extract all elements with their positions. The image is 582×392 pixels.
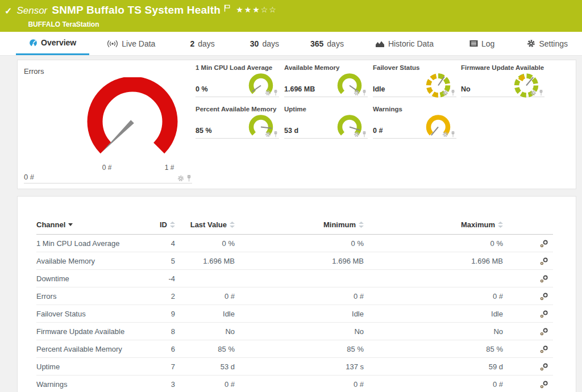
pin-icon[interactable]	[451, 131, 455, 137]
pin-icon[interactable]	[186, 175, 192, 182]
channel-settings-icon[interactable]	[540, 257, 548, 265]
sort-desc-icon	[68, 223, 73, 226]
col-header-maximum[interactable]: Maximum	[364, 220, 503, 229]
gauge-title: 1 Min CPU Load Average	[196, 64, 272, 71]
pin-icon[interactable]	[273, 90, 278, 96]
gauge-errors: Errors 0 # 1 # 0 #	[24, 67, 192, 184]
gauge-settings-icon[interactable]	[442, 131, 448, 137]
channel-maximum: No	[364, 327, 503, 336]
col-header-minimum[interactable]: Minimum	[235, 220, 364, 229]
channel-name: Percent Available Memory	[36, 345, 144, 353]
channel-table-rows: 1 Min CPU Load Average40 %0 %0 %Availabl…	[36, 235, 553, 392]
channel-minimum: 1.696 MB	[235, 257, 364, 265]
channel-name: Downtime	[36, 274, 144, 283]
channel-id: 8	[144, 327, 175, 336]
channel-maximum: 85 %	[364, 345, 503, 353]
gauges-panel: Errors 0 # 1 # 0 # 1 Min CPU Load Averag…	[17, 60, 576, 189]
channel-last-value: 53 d	[175, 362, 235, 371]
table-row: Available Memory51.696 MB1.696 MB1.696 M…	[36, 252, 553, 270]
tab-overview[interactable]: Overview	[16, 32, 89, 55]
channel-name: Errors	[36, 292, 144, 301]
log-list-icon	[469, 40, 478, 47]
gauge-settings-icon[interactable]	[265, 131, 271, 137]
gauge-value: 85 %	[196, 127, 212, 135]
table-row: Firmware Update Available8NoNoNo	[36, 323, 553, 340]
channel-settings-icon[interactable]	[540, 381, 548, 389]
gauge-failover-status: Failover Status Idle	[373, 64, 456, 97]
pin-icon[interactable]	[362, 90, 367, 96]
col-header-id[interactable]: ID	[144, 220, 175, 229]
channel-id: 3	[144, 380, 175, 389]
table-row: Warnings30 #0 #0 #	[36, 376, 553, 392]
pin-icon[interactable]	[451, 90, 455, 96]
channel-id: 6	[144, 345, 175, 353]
flag-icon[interactable]	[224, 4, 230, 14]
channel-settings-icon[interactable]	[540, 345, 548, 353]
gauge-settings-icon[interactable]	[265, 90, 271, 96]
channel-last-value: 0 %	[175, 239, 235, 248]
gauge-settings-icon[interactable]	[177, 175, 184, 182]
tab-settings[interactable]: Settings	[527, 32, 568, 55]
gauge-cpu: 1 Min CPU Load Average 0 %	[196, 64, 279, 97]
channel-maximum: 59 d	[364, 362, 503, 371]
col-header-channel[interactable]: Channel	[36, 220, 144, 229]
gauge-scale-min: 0 #	[95, 164, 118, 172]
channel-id: 4	[144, 239, 175, 248]
gauge-uptime: Uptime 53 d	[284, 106, 368, 139]
pin-icon[interactable]	[273, 131, 278, 137]
channel-id: 2	[144, 292, 175, 301]
gauge-settings-icon[interactable]	[354, 90, 360, 96]
channel-settings-icon[interactable]	[540, 240, 548, 248]
priority-stars[interactable]: ★★★☆☆	[236, 5, 277, 14]
channel-settings-icon[interactable]	[540, 293, 548, 301]
tab-2-days[interactable]: 2days	[190, 32, 214, 55]
channel-maximum: 0 %	[364, 239, 503, 248]
tab-live-data[interactable]: Live Data	[107, 32, 155, 55]
object-kind-label: Sensor	[16, 5, 47, 16]
tab-log[interactable]: Log	[469, 32, 494, 55]
gauge-scale-max: 1 #	[158, 164, 181, 172]
gauge-warnings: Warnings 0 #	[373, 106, 456, 139]
col-header-last-value[interactable]: Last Value	[175, 220, 235, 229]
channel-minimum: No	[235, 327, 364, 336]
channel-minimum: 0 %	[235, 239, 364, 248]
gauge-title: Uptime	[284, 106, 306, 112]
area-chart-icon	[375, 40, 385, 48]
channel-settings-icon[interactable]	[540, 310, 548, 318]
tab-30-days[interactable]: 30days	[250, 32, 279, 55]
errors-gauge-dial	[87, 77, 178, 160]
gauge-value: 0 %	[196, 85, 208, 93]
gauge-value: 0 #	[24, 173, 34, 181]
channel-settings-icon[interactable]	[540, 328, 548, 336]
gauge-value: 0 #	[373, 127, 383, 135]
table-row: 1 Min CPU Load Average40 %0 %0 %	[36, 235, 553, 252]
gauge-percent-memory: Percent Available Memory 85 %	[196, 106, 279, 139]
channel-minimum: 85 %	[235, 345, 364, 353]
pin-icon[interactable]	[539, 90, 543, 96]
gauge-title: Warnings	[373, 106, 402, 112]
gauge-title: Firmware Update Available	[461, 64, 544, 71]
channel-settings-icon[interactable]	[540, 363, 548, 371]
tab-365-days[interactable]: 365days	[310, 32, 344, 55]
gauge-settings-icon[interactable]	[354, 131, 360, 137]
table-row: Failover Status9IdleIdleIdle	[36, 305, 553, 323]
gauge-title: Failover Status	[373, 64, 419, 71]
channel-minimum: 0 #	[235, 380, 364, 389]
gauge-value: No	[461, 85, 471, 93]
channel-name: Failover Status	[36, 310, 144, 318]
tab-historic-data[interactable]: Historic Data	[375, 32, 434, 55]
channel-name: Warnings	[36, 380, 144, 389]
gauge-icon	[29, 39, 38, 47]
gauge-settings-icon[interactable]	[442, 90, 448, 96]
gauge-settings-icon[interactable]	[530, 90, 537, 96]
channel-last-value: No	[175, 327, 235, 336]
device-name: BUFFALO TeraStation	[28, 20, 277, 28]
gauge-value: 53 d	[284, 127, 298, 135]
sensor-header: ✓ Sensor SNMP Buffalo TS System Health ★…	[0, 0, 582, 32]
channel-settings-icon[interactable]	[540, 275, 548, 283]
channel-maximum: 0 #	[364, 380, 503, 389]
gauge-title: Errors	[24, 67, 192, 76]
gauge-value: Idle	[373, 85, 385, 93]
pin-icon[interactable]	[362, 131, 367, 137]
sort-icon	[359, 222, 364, 228]
